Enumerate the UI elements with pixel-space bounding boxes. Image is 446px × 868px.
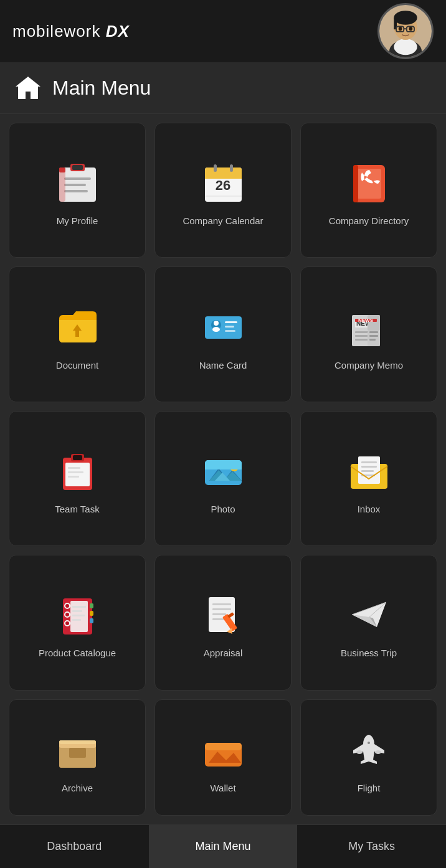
svg-rect-52 — [73, 455, 82, 460]
menu-grid: My Profile 26 Company Calendar — [0, 114, 446, 824]
svg-rect-17 — [59, 167, 65, 202]
svg-rect-15 — [64, 184, 86, 186]
menu-item-business-trip[interactable]: Business Trip — [300, 555, 437, 690]
svg-rect-72 — [90, 611, 93, 616]
svg-point-74 — [65, 603, 70, 608]
svg-rect-80 — [72, 615, 85, 616]
svg-rect-97 — [69, 748, 86, 758]
svg-rect-28 — [353, 165, 358, 202]
nav-my-tasks[interactable]: My Tasks — [297, 825, 446, 868]
menu-item-company-directory[interactable]: Company Directory — [300, 123, 437, 258]
menu-item-document[interactable]: Document — [9, 267, 146, 402]
svg-text:NEWS: NEWS — [358, 318, 374, 323]
svg-rect-100 — [205, 743, 242, 750]
svg-point-76 — [65, 621, 70, 626]
menu-item-inbox[interactable]: Inbox — [300, 411, 437, 546]
company-calendar-label: Company Calendar — [183, 215, 263, 226]
name-card-icon — [198, 301, 248, 351]
flight-label: Flight — [358, 783, 381, 793]
svg-rect-54 — [68, 467, 80, 469]
app-header: mobilework DX — [0, 0, 446, 62]
svg-point-32 — [214, 321, 219, 326]
product-catalogue-label: Product Catalogue — [39, 648, 116, 658]
svg-rect-81 — [72, 619, 81, 621]
svg-rect-84 — [212, 608, 231, 610]
app-title: mobilework DX — [12, 22, 130, 41]
svg-rect-83 — [212, 603, 231, 605]
menu-item-name-card[interactable]: Name Card — [154, 267, 292, 402]
company-memo-icon: NEWS NEWS — [344, 301, 394, 351]
inbox-icon — [344, 445, 394, 495]
svg-rect-61 — [205, 465, 242, 469]
archive-label: Archive — [62, 783, 93, 793]
svg-rect-18 — [59, 167, 65, 172]
menu-item-product-catalogue[interactable]: Product Catalogue — [9, 555, 146, 690]
svg-rect-55 — [68, 471, 83, 473]
svg-rect-68 — [361, 470, 374, 472]
svg-rect-79 — [72, 610, 82, 612]
team-task-label: Team Task — [55, 504, 99, 514]
svg-rect-46 — [369, 335, 378, 337]
menu-item-photo[interactable]: Photo — [154, 411, 292, 546]
company-directory-label: Company Directory — [329, 215, 409, 226]
menu-item-appraisal[interactable]: Appraisal — [154, 555, 292, 690]
svg-rect-73 — [90, 618, 93, 623]
svg-rect-23 — [214, 164, 217, 172]
svg-rect-13 — [72, 165, 83, 170]
svg-rect-45 — [369, 331, 378, 333]
photo-icon — [198, 445, 248, 495]
menu-item-flight[interactable]: Flight — [300, 699, 437, 816]
svg-rect-16 — [64, 190, 88, 192]
svg-point-4 — [394, 11, 417, 24]
menu-item-wallet[interactable]: Wallet — [154, 699, 292, 816]
my-profile-icon — [52, 157, 102, 207]
svg-point-75 — [65, 612, 70, 617]
flight-icon — [344, 724, 394, 774]
svg-rect-53 — [65, 463, 90, 486]
business-trip-label: Business Trip — [341, 648, 397, 658]
document-icon — [52, 301, 102, 351]
menu-item-archive[interactable]: Archive — [9, 699, 146, 816]
svg-point-103 — [356, 750, 363, 754]
svg-point-9 — [399, 27, 402, 31]
menu-item-company-memo[interactable]: NEWS NEWS Company Memo — [300, 267, 437, 402]
svg-point-104 — [375, 750, 381, 754]
wallet-label: Wallet — [210, 783, 235, 793]
inbox-label: Inbox — [358, 504, 381, 514]
svg-rect-34 — [225, 321, 237, 323]
company-directory-icon — [344, 157, 394, 207]
page-title: Main Menu — [52, 77, 151, 100]
svg-point-10 — [409, 27, 413, 31]
archive-icon — [52, 724, 102, 774]
menu-item-team-task[interactable]: Team Task — [9, 411, 146, 546]
svg-rect-14 — [64, 177, 91, 180]
svg-rect-30 — [205, 316, 242, 339]
company-memo-label: Company Memo — [334, 360, 403, 370]
svg-text:26: 26 — [215, 177, 230, 193]
name-card-label: Name Card — [199, 360, 247, 370]
nav-main-menu[interactable]: Main Menu — [149, 825, 298, 868]
nav-dashboard[interactable]: Dashboard — [0, 825, 149, 868]
menu-item-company-calendar[interactable]: 26 Company Calendar — [154, 123, 292, 258]
svg-rect-85 — [212, 613, 226, 615]
document-label: Document — [56, 360, 98, 370]
appraisal-icon — [198, 589, 248, 639]
svg-rect-78 — [72, 606, 86, 608]
user-avatar[interactable] — [377, 3, 434, 59]
team-task-icon — [52, 445, 102, 495]
svg-rect-36 — [225, 330, 235, 332]
svg-rect-56 — [68, 476, 79, 478]
page-title-bar: Main Menu — [0, 62, 446, 114]
bottom-navigation: Dashboard Main Menu My Tasks — [0, 824, 446, 868]
svg-point-102 — [368, 742, 370, 744]
svg-rect-24 — [230, 164, 233, 172]
svg-rect-67 — [361, 466, 377, 468]
my-profile-label: My Profile — [57, 215, 98, 226]
menu-item-my-profile[interactable]: My Profile — [9, 123, 146, 258]
product-catalogue-icon — [52, 589, 102, 639]
company-calendar-icon: 26 — [198, 157, 248, 207]
photo-label: Photo — [211, 504, 235, 514]
svg-rect-98 — [59, 740, 96, 744]
svg-point-33 — [212, 327, 220, 332]
svg-rect-71 — [90, 603, 93, 608]
